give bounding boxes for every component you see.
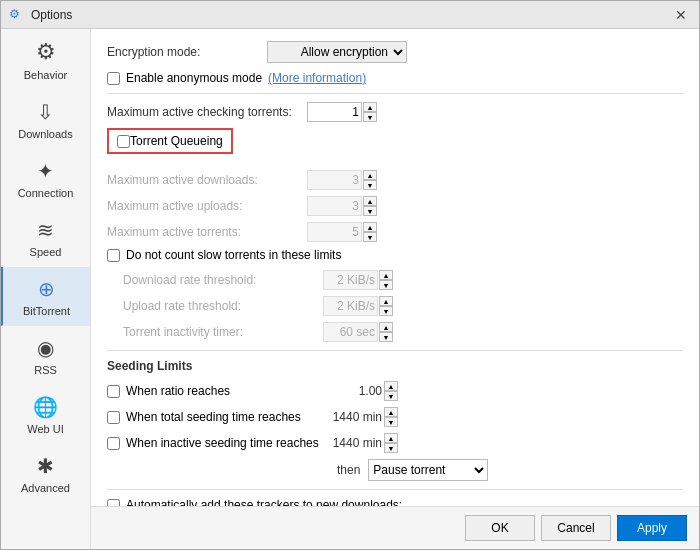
max-uploads-label: Maximum active uploads: [107,199,307,213]
then-row: then Pause torrent Remove torrent Stop t… [107,459,683,481]
inactivity-spinners: ▲ ▼ [379,322,393,342]
auto-trackers-checkbox[interactable] [107,499,120,507]
max-downloads-label: Maximum active downloads: [107,173,307,187]
inactivity-down[interactable]: ▼ [379,332,393,342]
auto-trackers-row: Automatically add these trackers to new … [107,498,683,506]
upload-rate-down[interactable]: ▼ [379,306,393,316]
total-seeding-spinners: ▲ ▼ [384,407,398,427]
pause-torrent-select[interactable]: Pause torrent Remove torrent Stop torren… [368,459,488,481]
divider-2 [107,350,683,351]
max-torrents-row: Maximum active torrents: ▲ ▼ [107,222,683,242]
max-uploads-row: Maximum active uploads: ▲ ▼ [107,196,683,216]
max-checking-up[interactable]: ▲ [363,102,377,112]
encryption-label: Encryption mode: [107,45,267,59]
anonymous-mode-checkbox[interactable] [107,72,120,85]
behavior-icon: ⚙ [36,39,56,65]
sidebar-item-downloads[interactable]: ⇩ Downloads [1,90,90,149]
bittorrent-icon: ⊕ [38,277,55,301]
anonymous-mode-row: Enable anonymous mode (More information) [107,71,683,85]
divider-3 [107,489,683,490]
max-downloads-up[interactable]: ▲ [363,170,377,180]
ratio-up[interactable]: ▲ [384,381,398,391]
max-downloads-down[interactable]: ▼ [363,180,377,190]
cancel-button[interactable]: Cancel [541,515,611,541]
download-rate-down[interactable]: ▼ [379,280,393,290]
inactivity-up[interactable]: ▲ [379,322,393,332]
sidebar-label-rss: RSS [34,364,57,376]
sidebar-label-behavior: Behavior [24,69,67,81]
ratio-spinners: ▲ ▼ [384,381,398,401]
max-uploads-up[interactable]: ▲ [363,196,377,206]
divider-1 [107,93,683,94]
anonymous-mode-label: Enable anonymous mode [126,71,262,85]
ratio-checkbox[interactable] [107,385,120,398]
max-torrents-input[interactable] [307,222,362,242]
max-checking-input[interactable] [307,102,362,122]
sidebar-item-rss[interactable]: ◉ RSS [1,326,90,385]
ratio-label: When ratio reaches [126,384,230,398]
max-downloads-input[interactable] [307,170,362,190]
download-rate-input[interactable] [323,270,378,290]
inactive-seeding-down[interactable]: ▼ [384,443,398,453]
downloads-icon: ⇩ [37,100,54,124]
sidebar-item-advanced[interactable]: ✱ Advanced [1,444,90,503]
total-seeding-down[interactable]: ▼ [384,417,398,427]
max-torrents-down[interactable]: ▼ [363,232,377,242]
max-checking-down[interactable]: ▼ [363,112,377,122]
slow-torrents-label: Do not count slow torrents in these limi… [126,248,341,262]
total-seeding-row: When total seeding time reaches 1440 min… [107,407,683,427]
slow-torrents-row: Do not count slow torrents in these limi… [107,248,683,262]
sidebar-label-advanced: Advanced [21,482,70,494]
sidebar-item-bittorrent[interactable]: ⊕ BitTorrent [1,267,90,326]
torrent-queueing-checkbox[interactable] [117,135,130,148]
inactivity-input[interactable] [323,322,378,342]
total-seeding-checkbox[interactable] [107,411,120,424]
total-seeding-up[interactable]: ▲ [384,407,398,417]
ratio-row: When ratio reaches 1.00 ▲ ▼ [107,381,683,401]
upload-rate-input[interactable] [323,296,378,316]
torrent-queueing-box: Torrent Queueing [107,128,233,154]
advanced-icon: ✱ [37,454,54,478]
max-torrents-up[interactable]: ▲ [363,222,377,232]
ok-button[interactable]: OK [465,515,535,541]
max-checking-spinners: ▲ ▼ [363,102,377,122]
sidebar-item-behavior[interactable]: ⚙ Behavior [1,29,90,90]
upload-rate-spinners: ▲ ▼ [379,296,393,316]
sidebar-item-speed[interactable]: ≋ Speed [1,208,90,267]
app-icon: ⚙ [9,7,25,23]
inactivity-label: Torrent inactivity timer: [123,325,323,339]
encryption-row: Encryption mode: Allow encryption Force … [107,41,683,63]
more-info-link[interactable]: (More information) [268,71,366,85]
inactive-seeding-checkbox[interactable] [107,437,120,450]
ratio-check-label: When ratio reaches [107,384,322,398]
max-uploads-spinners: ▲ ▼ [363,196,377,216]
main-panel: Encryption mode: Allow encryption Force … [91,29,699,549]
settings-area: Encryption mode: Allow encryption Force … [91,29,699,506]
max-torrents-label: Maximum active torrents: [107,225,307,239]
download-rate-row: Download rate threshold: ▲ ▼ [107,270,683,290]
footer: OK Cancel Apply [91,506,699,549]
apply-button[interactable]: Apply [617,515,687,541]
title-bar: ⚙ Options ✕ [1,1,699,29]
ratio-value: 1.00 [322,384,382,398]
encryption-select[interactable]: Allow encryption Force encryption Disabl… [267,41,407,63]
speed-icon: ≋ [37,218,54,242]
sidebar-item-webui[interactable]: 🌐 Web UI [1,385,90,444]
max-uploads-input[interactable] [307,196,362,216]
upload-rate-label: Upload rate threshold: [123,299,323,313]
torrent-queueing-label: Torrent Queueing [130,134,223,148]
sidebar-label-downloads: Downloads [18,128,72,140]
download-rate-up[interactable]: ▲ [379,270,393,280]
sidebar-label-speed: Speed [30,246,62,258]
sidebar-label-bittorrent: BitTorrent [23,305,70,317]
slow-torrents-checkbox[interactable] [107,249,120,262]
inactive-seeding-row: When inactive seeding time reaches 1440 … [107,433,683,453]
upload-rate-up[interactable]: ▲ [379,296,393,306]
inactive-seeding-value: 1440 min [322,436,382,450]
max-uploads-down[interactable]: ▼ [363,206,377,216]
max-checking-row: Maximum active checking torrents: ▲ ▼ [107,102,683,122]
inactive-seeding-up[interactable]: ▲ [384,433,398,443]
ratio-down[interactable]: ▼ [384,391,398,401]
close-button[interactable]: ✕ [671,5,691,25]
sidebar-item-connection[interactable]: ✦ Connection [1,149,90,208]
